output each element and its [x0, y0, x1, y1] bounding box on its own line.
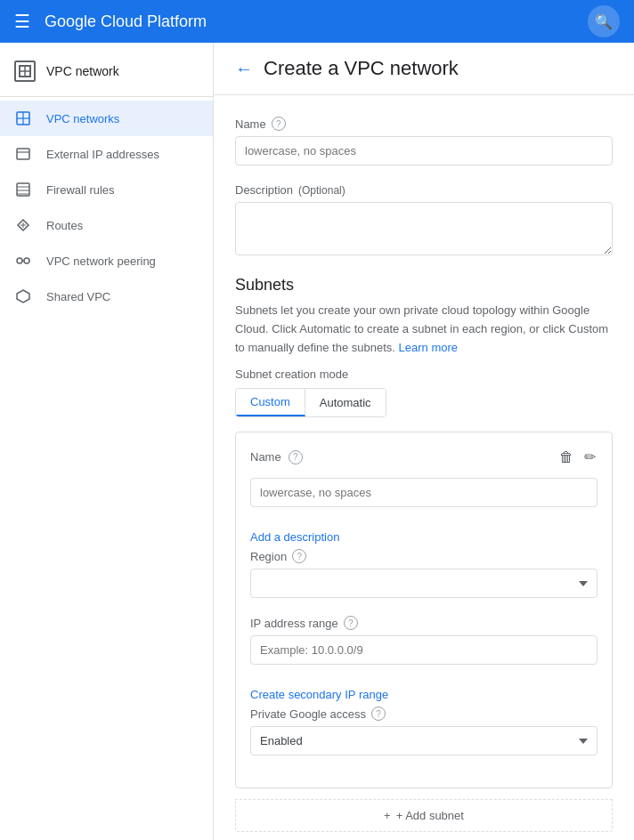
- firewall-icon: [14, 181, 32, 198]
- search-icon: 🔍: [595, 13, 613, 30]
- mode-custom-button[interactable]: Custom: [236, 389, 305, 416]
- add-subnet-icon: +: [384, 809, 391, 822]
- sidebar-label-vpc-peering: VPC network peering: [46, 254, 156, 268]
- region-select[interactable]: [250, 569, 597, 598]
- peering-icon: [14, 252, 32, 270]
- private-access-help-icon[interactable]: ?: [371, 707, 386, 721]
- sidebar-item-vpc-networks[interactable]: VPC networks: [0, 101, 213, 136]
- sidebar-item-shared-vpc[interactable]: Shared VPC: [0, 279, 213, 314]
- svg-point-15: [24, 258, 29, 263]
- description-label: Description: [235, 183, 293, 197]
- subnet-name-input[interactable]: [250, 478, 597, 507]
- add-subnet-button[interactable]: + + Add subnet: [235, 799, 613, 832]
- svg-rect-6: [17, 149, 29, 159]
- sidebar-item-firewall-rules[interactable]: Firewall rules: [0, 172, 213, 207]
- ip-range-input[interactable]: [250, 635, 597, 665]
- private-google-access-label: Private Google access: [250, 707, 366, 721]
- svg-point-14: [17, 258, 22, 263]
- routes-icon: [14, 216, 32, 234]
- subnet-name-label-box: Name: [250, 450, 281, 464]
- page-title: Create a VPC network: [264, 57, 459, 80]
- sidebar-header: VPC network: [0, 50, 213, 93]
- delete-subnet-button[interactable]: 🗑: [557, 447, 575, 467]
- private-google-access-group: Private Google access ? Enabled Disabled: [250, 707, 597, 755]
- vpc-networks-icon: [14, 109, 32, 127]
- private-google-access-select[interactable]: Enabled Disabled: [250, 726, 597, 755]
- vpc-network-icon: [14, 61, 36, 82]
- shared-vpc-icon: [14, 287, 32, 305]
- create-secondary-range-link[interactable]: Create secondary IP range: [250, 688, 388, 701]
- subnet-name-group: [250, 478, 597, 507]
- region-group: Region ?: [250, 549, 597, 598]
- add-subnet-label: + Add subnet: [396, 809, 464, 822]
- ip-range-label: IP address range: [250, 617, 338, 630]
- subnet-box-header: Name ? 🗑 ✏: [250, 447, 597, 467]
- region-help-icon[interactable]: ?: [292, 549, 306, 563]
- back-button[interactable]: ←: [235, 59, 253, 79]
- learn-more-link[interactable]: Learn more: [399, 341, 458, 354]
- sidebar-item-external-ip[interactable]: External IP addresses: [0, 136, 213, 172]
- region-label: Region: [250, 550, 287, 563]
- sidebar-item-routes[interactable]: Routes: [0, 207, 213, 243]
- subnet-name-help-icon[interactable]: ?: [289, 450, 303, 464]
- add-description-link[interactable]: Add a description: [250, 530, 339, 544]
- page-header: ← Create a VPC network: [214, 43, 634, 95]
- sidebar-label-routes: Routes: [46, 219, 83, 232]
- sidebar-label-shared-vpc: Shared VPC: [46, 290, 110, 303]
- hamburger-menu[interactable]: ☰: [14, 11, 30, 32]
- subnets-section: Subnets Subnets let you create your own …: [235, 276, 613, 832]
- external-ip-icon: [14, 145, 32, 163]
- top-nav: ☰ Google Cloud Platform 🔍: [0, 0, 634, 43]
- edit-subnet-button[interactable]: ✏: [582, 447, 597, 467]
- name-help-icon[interactable]: ?: [272, 117, 286, 131]
- subnet-mode-toggle: Custom Automatic: [235, 388, 386, 417]
- name-input[interactable]: [235, 136, 613, 166]
- sidebar-label-firewall-rules: Firewall rules: [46, 183, 115, 197]
- subnets-desc: Subnets let you create your own private …: [235, 302, 613, 357]
- ip-range-help-icon[interactable]: ?: [344, 616, 358, 630]
- description-input[interactable]: [235, 202, 613, 255]
- sidebar-header-title: VPC network: [46, 64, 119, 78]
- sidebar-item-vpc-peering[interactable]: VPC network peering: [0, 243, 213, 279]
- name-label: Name: [235, 117, 266, 131]
- search-button[interactable]: 🔍: [588, 5, 620, 37]
- sidebar-label-vpc-networks: VPC networks: [46, 112, 119, 125]
- app-title: Google Cloud Platform: [45, 12, 588, 31]
- name-field-group: Name ?: [235, 117, 613, 166]
- subnet-box-actions: 🗑 ✏: [557, 447, 597, 467]
- description-field-group: Description (Optional): [235, 183, 613, 258]
- main-content: ← Create a VPC network Name ? Descriptio…: [214, 43, 634, 840]
- description-optional: (Optional): [298, 184, 345, 197]
- sidebar: VPC network VPC networks External IP add…: [0, 43, 214, 840]
- ip-range-group: IP address range ?: [250, 616, 597, 665]
- sidebar-label-external-ip: External IP addresses: [46, 148, 159, 161]
- subnet-mode-label: Subnet creation mode: [235, 368, 613, 381]
- subnet-definition-box: Name ? 🗑 ✏ Add a description: [235, 432, 613, 788]
- subnets-title: Subnets: [235, 276, 613, 295]
- mode-automatic-button[interactable]: Automatic: [305, 389, 386, 416]
